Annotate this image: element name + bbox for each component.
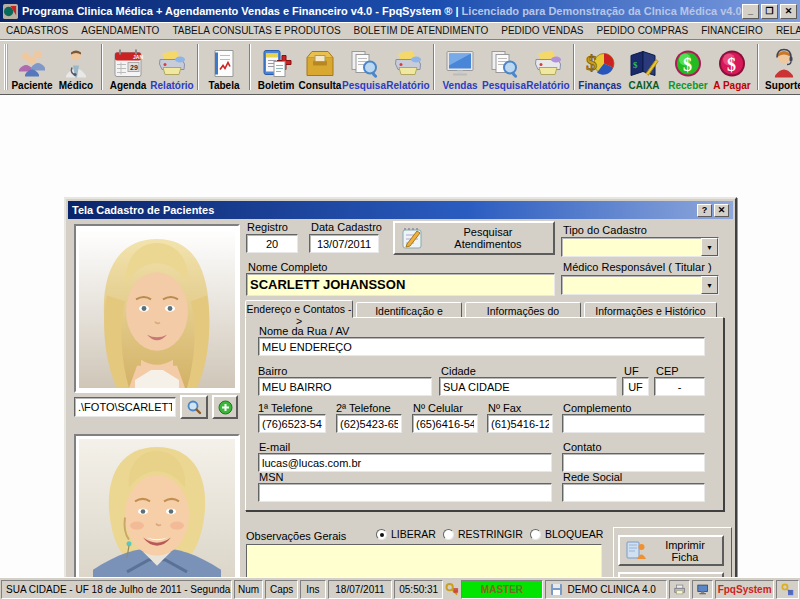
restore-button[interactable]: ❐	[761, 4, 778, 19]
disk-icon	[550, 583, 563, 596]
toolbar-button-pesquisa-vendas[interactable]: Pesquisa	[482, 41, 526, 93]
tipo-cadastro-combobox[interactable]: ▼	[561, 237, 719, 257]
dialog-help-button[interactable]: ?	[697, 204, 712, 217]
toolbar-button-tabela[interactable]: Tabela	[202, 41, 246, 93]
toolbar-button-relatorio-vendas[interactable]: Relatório	[526, 41, 570, 93]
toolbar-button-boletim[interactable]: Boletim	[254, 41, 298, 93]
complemento-label: Complemento	[563, 402, 631, 414]
cidade-field[interactable]	[439, 377, 617, 396]
email-field[interactable]	[258, 453, 552, 472]
status-location: SUA CIDADE - UF 18 de Julho de 2011 - Se…	[1, 580, 232, 599]
status-monitor-panel	[692, 580, 713, 599]
radio-liberar[interactable]: LIBERAR	[376, 528, 436, 540]
photo-add-button-1[interactable]	[212, 395, 238, 419]
uf-field[interactable]	[622, 377, 649, 396]
menu-boletim[interactable]: BOLETIM DE ATENDIMENTO	[354, 25, 489, 36]
svg-text:29: 29	[130, 64, 138, 71]
toolbar-button-a-pagar[interactable]: $ A Pagar	[710, 41, 754, 93]
status-printer-panel	[669, 580, 690, 599]
dialog-close-button[interactable]: ✕	[714, 204, 729, 217]
status-time: 05:50:31	[394, 580, 443, 599]
fax-field[interactable]	[487, 414, 553, 433]
cep-field[interactable]	[654, 377, 705, 396]
observacoes-label: Observações Gerais	[246, 530, 346, 542]
toolbar-separator	[101, 44, 103, 90]
celular-field[interactable]	[412, 414, 478, 433]
registro-field[interactable]	[246, 234, 298, 253]
photo-browse-button-1[interactable]	[180, 395, 208, 419]
telefone1-field[interactable]	[258, 414, 326, 433]
medico-responsavel-label: Médico Responsável ( Titular )	[563, 261, 712, 273]
contato-field[interactable]	[562, 453, 705, 472]
svg-text:$: $	[727, 55, 736, 75]
radio-restringir[interactable]: RESTRINGIR	[443, 528, 523, 540]
menu-tabela-consultas[interactable]: TABELA CONSULTAS E PRODUTOS	[172, 25, 340, 36]
drawer-icon	[304, 47, 336, 80]
toolbar-button-consulta[interactable]: Consulta	[298, 41, 342, 93]
svg-text:JAN: JAN	[133, 54, 143, 60]
toolbar-button-relatorio-boletim[interactable]: Relatório	[386, 41, 430, 93]
toolbar-button-vendas[interactable]: Vendas	[438, 41, 482, 93]
toolbar-button-caixa[interactable]: $ CAIXA	[622, 41, 666, 93]
app-titlebar: Programa Clinica Médica + Agendamento Ve…	[0, 0, 800, 22]
toolbar-button-pesquisa-boletim[interactable]: Pesquisa	[342, 41, 386, 93]
radio-dot-icon	[376, 529, 387, 540]
contato-label: Contato	[563, 441, 602, 453]
toolbar-button-receber[interactable]: $ Receber	[666, 41, 710, 93]
minimize-button[interactable]: _	[742, 4, 759, 19]
tab-informacoes-convenio[interactable]: Informações do Convênio ->	[465, 302, 581, 318]
patient-portrait-image	[79, 229, 235, 388]
status-bar: SUA CIDADE - UF 18 de Julho de 2011 - Se…	[0, 577, 800, 600]
menu-financeiro[interactable]: FINANCEIRO	[701, 25, 763, 36]
chevron-down-icon[interactable]: ▼	[701, 276, 718, 294]
menu-pedido-vendas[interactable]: PEDIDO VENDAS	[501, 25, 583, 36]
tab-identificacao-filiacao[interactable]: Identificação e Filiação ->	[356, 302, 462, 318]
uf-label: UF	[624, 365, 639, 377]
menu-agendamento[interactable]: AGENDAMENTO	[81, 25, 159, 36]
search-documents-icon	[488, 47, 520, 80]
patient-portrait-image	[79, 439, 235, 598]
status-num-lock: Num	[234, 580, 264, 599]
menu-bar: CADASTROS AGENDAMENTO TABELA CONSULTAS E…	[0, 22, 800, 40]
dialog-titlebar[interactable]: Tela Cadastro de Pacientes ? ✕	[68, 201, 733, 219]
support-icon	[768, 47, 800, 80]
pesquisar-atendimentos-button[interactable]: Pesquisar Atendimentos	[393, 221, 555, 255]
photo-path-field-1[interactable]	[74, 397, 176, 417]
toolbar-button-suporte[interactable]: Suporte	[762, 41, 800, 93]
data-cadastro-field[interactable]	[309, 234, 379, 253]
status-clinic: DEMO CLINICA 4.0	[545, 580, 667, 599]
imprimir-ficha-button[interactable]: Imprimir Ficha	[618, 535, 724, 566]
chevron-down-icon[interactable]: ▼	[701, 238, 718, 256]
status-caps-lock: Caps	[265, 580, 297, 599]
toolbar-button-medico[interactable]: Médico	[54, 41, 98, 93]
print-record-icon	[626, 541, 648, 561]
nome-completo-field[interactable]	[246, 273, 555, 296]
search-documents-icon	[348, 47, 380, 80]
finance-pie-icon: $	[584, 47, 616, 80]
menu-relatorios[interactable]: RELATÓRIOS	[776, 25, 800, 36]
tab-endereco-contatos[interactable]: Endereço e Contatos ->	[245, 300, 353, 318]
monitor-icon	[444, 47, 476, 80]
toolbar-button-paciente[interactable]: Paciente	[10, 41, 54, 93]
tipo-cadastro-label: Tipo do Cadastro	[563, 224, 647, 236]
fax-label: Nº Fax	[488, 402, 521, 414]
rua-field[interactable]	[258, 337, 705, 356]
toolbar-button-relatorio-agenda[interactable]: Relatório	[150, 41, 194, 93]
bairro-label: Bairro	[258, 365, 287, 377]
tab-informacoes-historico[interactable]: Informações e Histórico Clinico	[584, 302, 717, 318]
toolbar-button-financas[interactable]: $ Finanças	[578, 41, 622, 93]
medico-responsavel-combobox[interactable]: ▼	[561, 275, 719, 295]
msn-field[interactable]	[258, 483, 552, 502]
menu-pedido-compras[interactable]: PEDIDO COMPRAS	[597, 25, 689, 36]
menu-cadastros[interactable]: CADASTROS	[6, 25, 68, 36]
bairro-field[interactable]	[258, 377, 432, 396]
radio-bloquear[interactable]: BLOQUEAR	[530, 528, 603, 540]
toolbar-gripper[interactable]	[4, 44, 8, 90]
complemento-field[interactable]	[562, 414, 705, 433]
radio-dot-icon	[530, 529, 541, 540]
keys-icon	[781, 582, 794, 597]
telefone2-field[interactable]	[336, 414, 402, 433]
toolbar-button-agenda[interactable]: JAN29 Agenda	[106, 41, 150, 93]
close-button[interactable]: ✕	[780, 4, 797, 19]
rede-social-field[interactable]	[562, 483, 705, 502]
